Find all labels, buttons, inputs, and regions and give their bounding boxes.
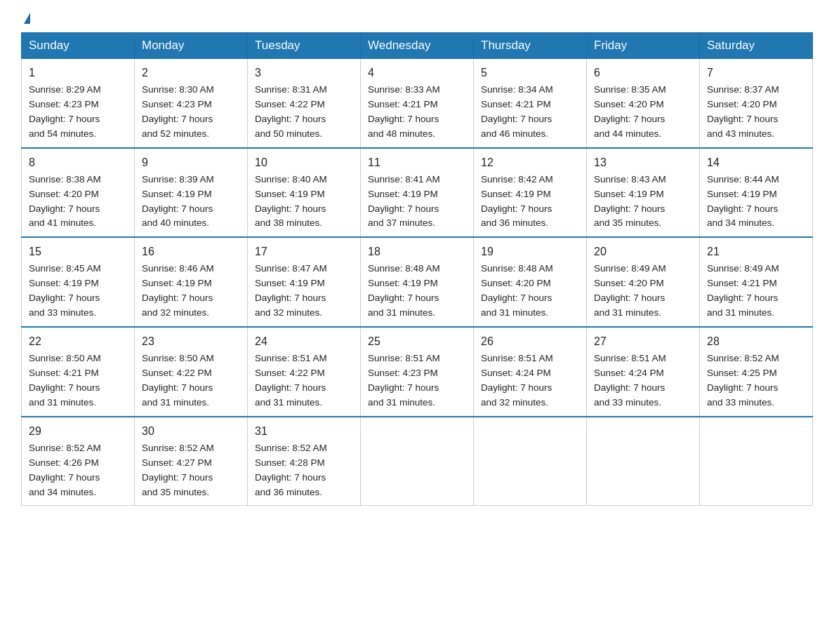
- day-info: Sunrise: 8:42 AMSunset: 4:19 PMDaylight:…: [481, 174, 553, 229]
- day-number: 11: [368, 154, 466, 171]
- day-number: 14: [707, 154, 805, 171]
- day-info: Sunrise: 8:46 AMSunset: 4:19 PMDaylight:…: [142, 263, 214, 318]
- weekday-header-saturday: Saturday: [700, 33, 813, 59]
- day-number: 15: [29, 243, 127, 260]
- weekday-header-sunday: Sunday: [22, 33, 135, 59]
- calendar-day-cell: [361, 417, 474, 506]
- calendar-week-row: 1 Sunrise: 8:29 AMSunset: 4:23 PMDayligh…: [22, 59, 813, 148]
- calendar-day-cell: 12 Sunrise: 8:42 AMSunset: 4:19 PMDaylig…: [474, 148, 587, 238]
- calendar-day-cell: 21 Sunrise: 8:49 AMSunset: 4:21 PMDaylig…: [700, 237, 813, 327]
- day-info: Sunrise: 8:49 AMSunset: 4:20 PMDaylight:…: [594, 263, 666, 318]
- day-number: 25: [368, 333, 466, 350]
- day-info: Sunrise: 8:52 AMSunset: 4:26 PMDaylight:…: [29, 443, 101, 497]
- calendar-day-cell: [474, 417, 587, 506]
- calendar-day-cell: 5 Sunrise: 8:34 AMSunset: 4:21 PMDayligh…: [474, 59, 587, 148]
- calendar-day-cell: 28 Sunrise: 8:52 AMSunset: 4:25 PMDaylig…: [700, 327, 813, 417]
- weekday-header-wednesday: Wednesday: [361, 33, 474, 59]
- day-number: 19: [481, 243, 579, 260]
- day-info: Sunrise: 8:50 AMSunset: 4:22 PMDaylight:…: [142, 353, 214, 408]
- day-info: Sunrise: 8:52 AMSunset: 4:25 PMDaylight:…: [707, 353, 779, 408]
- logo-triangle-icon: [24, 13, 30, 24]
- day-info: Sunrise: 8:40 AMSunset: 4:19 PMDaylight:…: [255, 174, 327, 229]
- calendar-day-cell: 9 Sunrise: 8:39 AMSunset: 4:19 PMDayligh…: [135, 148, 248, 238]
- calendar-day-cell: [587, 417, 700, 506]
- calendar-day-cell: 10 Sunrise: 8:40 AMSunset: 4:19 PMDaylig…: [248, 148, 361, 238]
- day-number: 4: [368, 65, 466, 81]
- day-number: 8: [29, 154, 127, 171]
- day-number: 17: [255, 243, 353, 260]
- day-info: Sunrise: 8:50 AMSunset: 4:21 PMDaylight:…: [29, 353, 101, 408]
- day-info: Sunrise: 8:51 AMSunset: 4:23 PMDaylight:…: [368, 353, 440, 408]
- day-info: Sunrise: 8:51 AMSunset: 4:24 PMDaylight:…: [481, 353, 553, 408]
- day-number: 13: [594, 154, 692, 171]
- day-info: Sunrise: 8:52 AMSunset: 4:27 PMDaylight:…: [142, 443, 214, 497]
- day-info: Sunrise: 8:41 AMSunset: 4:19 PMDaylight:…: [368, 174, 440, 229]
- day-number: 16: [142, 243, 240, 260]
- day-info: Sunrise: 8:48 AMSunset: 4:19 PMDaylight:…: [368, 263, 440, 318]
- day-number: 29: [29, 423, 127, 440]
- day-info: Sunrise: 8:51 AMSunset: 4:24 PMDaylight:…: [594, 353, 666, 408]
- day-number: 24: [255, 333, 353, 350]
- day-number: 5: [481, 65, 579, 81]
- day-info: Sunrise: 8:39 AMSunset: 4:19 PMDaylight:…: [142, 174, 214, 229]
- page-header: [21, 14, 813, 25]
- day-info: Sunrise: 8:31 AMSunset: 4:22 PMDaylight:…: [255, 84, 327, 139]
- day-info: Sunrise: 8:45 AMSunset: 4:19 PMDaylight:…: [29, 263, 101, 318]
- calendar-day-cell: 31 Sunrise: 8:52 AMSunset: 4:28 PMDaylig…: [248, 417, 361, 506]
- calendar-day-cell: 20 Sunrise: 8:49 AMSunset: 4:20 PMDaylig…: [587, 237, 700, 327]
- day-number: 1: [29, 65, 127, 81]
- day-number: 30: [142, 423, 240, 440]
- calendar-day-cell: 1 Sunrise: 8:29 AMSunset: 4:23 PMDayligh…: [22, 59, 135, 148]
- weekday-header-friday: Friday: [587, 33, 700, 59]
- calendar-day-cell: 22 Sunrise: 8:50 AMSunset: 4:21 PMDaylig…: [22, 327, 135, 417]
- calendar-day-cell: 27 Sunrise: 8:51 AMSunset: 4:24 PMDaylig…: [587, 327, 700, 417]
- calendar-day-cell: 14 Sunrise: 8:44 AMSunset: 4:19 PMDaylig…: [700, 148, 813, 238]
- calendar-table: SundayMondayTuesdayWednesdayThursdayFrid…: [21, 32, 813, 506]
- day-number: 20: [594, 243, 692, 260]
- calendar-day-cell: 13 Sunrise: 8:43 AMSunset: 4:19 PMDaylig…: [587, 148, 700, 238]
- calendar-day-cell: 25 Sunrise: 8:51 AMSunset: 4:23 PMDaylig…: [361, 327, 474, 417]
- day-info: Sunrise: 8:47 AMSunset: 4:19 PMDaylight:…: [255, 263, 327, 318]
- calendar-header-row: SundayMondayTuesdayWednesdayThursdayFrid…: [22, 33, 813, 59]
- day-info: Sunrise: 8:33 AMSunset: 4:21 PMDaylight:…: [368, 84, 440, 139]
- weekday-header-tuesday: Tuesday: [248, 33, 361, 59]
- logo: [21, 14, 30, 25]
- day-info: Sunrise: 8:44 AMSunset: 4:19 PMDaylight:…: [707, 174, 779, 229]
- calendar-day-cell: 18 Sunrise: 8:48 AMSunset: 4:19 PMDaylig…: [361, 237, 474, 327]
- calendar-day-cell: [700, 417, 813, 506]
- calendar-day-cell: 7 Sunrise: 8:37 AMSunset: 4:20 PMDayligh…: [700, 59, 813, 148]
- day-number: 6: [594, 65, 692, 81]
- day-info: Sunrise: 8:30 AMSunset: 4:23 PMDaylight:…: [142, 84, 214, 139]
- day-info: Sunrise: 8:52 AMSunset: 4:28 PMDaylight:…: [255, 443, 327, 497]
- day-number: 18: [368, 243, 466, 260]
- calendar-day-cell: 19 Sunrise: 8:48 AMSunset: 4:20 PMDaylig…: [474, 237, 587, 327]
- day-info: Sunrise: 8:51 AMSunset: 4:22 PMDaylight:…: [255, 353, 327, 408]
- calendar-day-cell: 17 Sunrise: 8:47 AMSunset: 4:19 PMDaylig…: [248, 237, 361, 327]
- calendar-day-cell: 2 Sunrise: 8:30 AMSunset: 4:23 PMDayligh…: [135, 59, 248, 148]
- day-number: 28: [707, 333, 805, 350]
- day-info: Sunrise: 8:38 AMSunset: 4:20 PMDaylight:…: [29, 174, 101, 229]
- day-number: 22: [29, 333, 127, 350]
- day-number: 2: [142, 65, 240, 81]
- day-number: 21: [707, 243, 805, 260]
- calendar-day-cell: 8 Sunrise: 8:38 AMSunset: 4:20 PMDayligh…: [22, 148, 135, 238]
- calendar-day-cell: 23 Sunrise: 8:50 AMSunset: 4:22 PMDaylig…: [135, 327, 248, 417]
- weekday-header-thursday: Thursday: [474, 33, 587, 59]
- calendar-week-row: 8 Sunrise: 8:38 AMSunset: 4:20 PMDayligh…: [22, 148, 813, 238]
- day-info: Sunrise: 8:48 AMSunset: 4:20 PMDaylight:…: [481, 263, 553, 318]
- calendar-day-cell: 30 Sunrise: 8:52 AMSunset: 4:27 PMDaylig…: [135, 417, 248, 506]
- day-number: 12: [481, 154, 579, 171]
- day-number: 3: [255, 65, 353, 81]
- calendar-day-cell: 15 Sunrise: 8:45 AMSunset: 4:19 PMDaylig…: [22, 237, 135, 327]
- day-info: Sunrise: 8:35 AMSunset: 4:20 PMDaylight:…: [594, 84, 666, 139]
- calendar-week-row: 29 Sunrise: 8:52 AMSunset: 4:26 PMDaylig…: [22, 417, 813, 506]
- calendar-day-cell: 29 Sunrise: 8:52 AMSunset: 4:26 PMDaylig…: [22, 417, 135, 506]
- calendar-day-cell: 24 Sunrise: 8:51 AMSunset: 4:22 PMDaylig…: [248, 327, 361, 417]
- calendar-day-cell: 3 Sunrise: 8:31 AMSunset: 4:22 PMDayligh…: [248, 59, 361, 148]
- day-info: Sunrise: 8:29 AMSunset: 4:23 PMDaylight:…: [29, 84, 101, 139]
- calendar-day-cell: 26 Sunrise: 8:51 AMSunset: 4:24 PMDaylig…: [474, 327, 587, 417]
- day-info: Sunrise: 8:43 AMSunset: 4:19 PMDaylight:…: [594, 174, 666, 229]
- day-number: 9: [142, 154, 240, 171]
- calendar-week-row: 22 Sunrise: 8:50 AMSunset: 4:21 PMDaylig…: [22, 327, 813, 417]
- day-number: 31: [255, 423, 353, 440]
